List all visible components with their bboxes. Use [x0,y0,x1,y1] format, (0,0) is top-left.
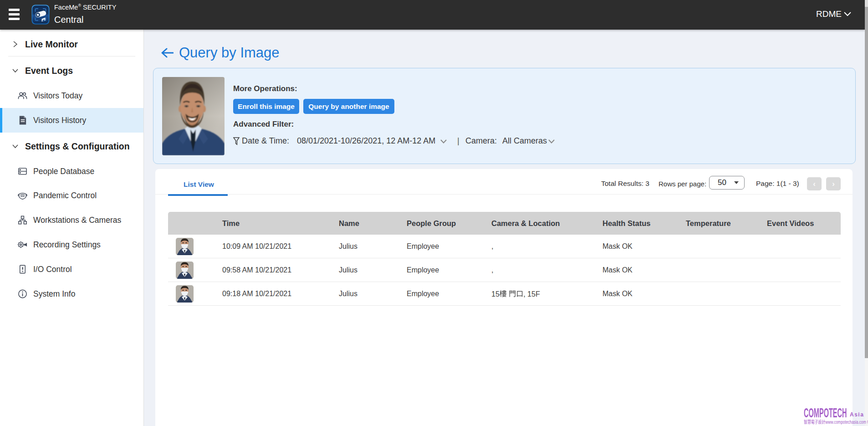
svg-text:, 15F: , 15F [523,290,540,298]
svg-text:15: 15 [491,290,500,298]
